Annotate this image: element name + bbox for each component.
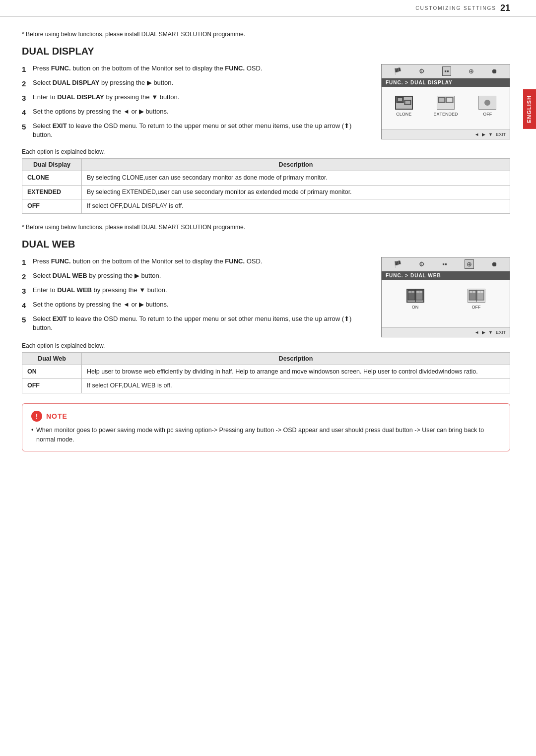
note-box: ! NOTE When monitor goes to power saving…: [22, 403, 510, 452]
dual-display-section-row: 1 Press FUNC. button on the bottom of th…: [22, 64, 510, 143]
osd-content: CLONE EXTENDED: [382, 87, 510, 121]
table-row: ON Help user to browse web efficiently b…: [22, 365, 510, 379]
table-cell-desc: If select OFF,DUAL WEB is off.: [82, 379, 510, 393]
osd-icon-settings: ⚙: [419, 67, 425, 75]
osd-web-content: ON: [382, 280, 510, 314]
nav-right: ▶: [482, 132, 485, 137]
step-item: 3 Enter to DUAL WEB by pressing the ▼ bu…: [22, 286, 371, 296]
osd-web-label-bar: FUNC. > DUAL WEB: [382, 271, 510, 280]
dual-display-osd-image: 🏴 ⚙ ▪▪ ⊕ ⏺ FUNC. > DUAL DISPLAY: [381, 64, 510, 143]
svg-rect-6: [439, 98, 444, 102]
step-item: 2 Select DUAL WEB by pressing the ▶ butt…: [22, 271, 371, 282]
osd-web-top-bar: 🏴 ⚙ ▪▪ ⊕ ⏺: [382, 257, 510, 271]
svg-rect-18: [469, 291, 472, 293]
table-cell-desc: By selecting EXTENDED,user can use secon…: [82, 185, 510, 199]
table-row: OFF If select OFF,DUAL WEB is off.: [22, 379, 510, 393]
web-off-label: OFF: [472, 305, 481, 310]
note-top-1: * Before using below functions, please i…: [22, 31, 510, 38]
note-title: NOTE: [46, 412, 67, 420]
step-item: 1 Press FUNC. button on the bottom of th…: [22, 257, 371, 267]
note-top-2: * Before using below functions, please i…: [22, 224, 510, 231]
table-cell-name: EXTENDED: [22, 185, 82, 199]
osd-option-extended: EXTENDED: [433, 96, 458, 117]
table-col1-header: Dual Display: [22, 159, 82, 171]
osd-web-icon-power: ⏺: [491, 260, 498, 268]
step-item: 4 Set the options by pressing the ◄ or ▶…: [22, 300, 371, 311]
osd-icon-flag: 🏴: [394, 67, 402, 75]
dual-web-section-row: 1 Press FUNC. button on the bottom of th…: [22, 257, 510, 337]
nav-down: ▼: [488, 132, 493, 137]
clone-label: CLONE: [396, 112, 411, 117]
clone-icon-box: [395, 96, 413, 110]
svg-rect-21: [480, 291, 483, 293]
osd-label-bar: FUNC. > DUAL DISPLAY: [382, 78, 510, 87]
note-icon: !: [31, 411, 42, 422]
osd-icon-display: ▪▪: [442, 66, 451, 76]
table-row: CLONE By selecting CLONE,user can use se…: [22, 171, 510, 186]
dual-display-explained: Each option is explained below.: [22, 148, 510, 155]
osd-web-box: 🏴 ⚙ ▪▪ ⊕ ⏺ FUNC. > DUAL WEB: [381, 257, 510, 337]
osd-option-off: OFF: [478, 96, 496, 117]
extended-label: EXTENDED: [433, 112, 458, 117]
top-header: CUSTOMIZING SETTINGS 21: [0, 0, 536, 17]
dual-web-table: Dual Web Description ON Help user to bro…: [22, 352, 510, 393]
off-dot: [484, 100, 490, 106]
step-item: 4 Set the options by pressing the ◄ or ▶…: [22, 107, 371, 118]
note-box-header: ! NOTE: [31, 411, 501, 422]
side-tab-label: ENGLISH: [526, 95, 532, 123]
nav-left: ◄: [474, 132, 479, 137]
dual-display-steps: 1 Press FUNC. button on the bottom of th…: [22, 64, 371, 143]
web-table-col2-header: Description: [82, 352, 510, 365]
step-item: 5 Select EXIT to leave the OSD menu. To …: [22, 122, 371, 139]
step-item: 3 Enter to DUAL DISPLAY by pressing the …: [22, 93, 371, 103]
table-row: OFF If select OFF,DUAL DISPLAY is off.: [22, 199, 510, 214]
osd-web-exit: EXIT: [496, 330, 506, 335]
table-cell-name: ON: [22, 365, 82, 379]
svg-rect-12: [411, 291, 414, 293]
osd-box: 🏴 ⚙ ▪▪ ⊕ ⏺ FUNC. > DUAL DISPLAY: [381, 64, 510, 139]
osd-option-web-off: OFF: [468, 289, 485, 310]
svg-rect-2: [398, 98, 402, 101]
svg-rect-11: [408, 291, 411, 293]
step-item: 1 Press FUNC. button on the bottom of th…: [22, 64, 371, 74]
table-cell-name: OFF: [22, 199, 82, 214]
note-bullet: When monitor goes to power saving mode w…: [31, 426, 501, 444]
dual-web-osd-image: 🏴 ⚙ ▪▪ ⊕ ⏺ FUNC. > DUAL WEB: [381, 257, 510, 337]
web-nav-left: ◄: [474, 330, 479, 335]
web-table-col1-header: Dual Web: [22, 352, 82, 365]
svg-rect-7: [447, 98, 452, 102]
osd-bottom-bar: ◄ ▶ ▼ EXIT: [382, 129, 510, 139]
svg-rect-19: [472, 291, 475, 293]
web-off-icon-box: [468, 289, 485, 303]
osd-exit: EXIT: [496, 132, 506, 137]
osd-option-on: ON: [406, 289, 424, 310]
dual-display-heading: DUAL DISPLAY: [22, 46, 510, 57]
table-col2-header: Description: [82, 159, 510, 171]
osd-icon-globe: ⊕: [469, 67, 474, 75]
osd-option-clone: CLONE: [395, 96, 413, 117]
step-item: 5 Select EXIT to leave the OSD menu. To …: [22, 315, 371, 332]
osd-web-icon-globe: ⊕: [465, 259, 474, 269]
table-cell-name: CLONE: [22, 171, 82, 186]
off-icon-box: [478, 96, 496, 110]
table-cell-desc: If select OFF,DUAL DISPLAY is off.: [82, 199, 510, 214]
off-label: OFF: [483, 112, 492, 117]
osd-web-icon-display: ▪▪: [442, 260, 447, 268]
svg-rect-20: [477, 291, 480, 293]
web-nav-down: ▼: [488, 330, 493, 335]
osd-icon-power: ⏺: [491, 67, 498, 75]
dual-display-steps-list: 1 Press FUNC. button on the bottom of th…: [22, 64, 371, 139]
table-cell-name: OFF: [22, 379, 82, 393]
main-content: * Before using below functions, please i…: [0, 22, 536, 460]
dual-display-table: Dual Display Description CLONE By select…: [22, 158, 510, 214]
dual-web-explained: Each option is explained below.: [22, 342, 510, 349]
osd-web-icon-settings: ⚙: [419, 260, 425, 268]
dual-web-steps-list: 1 Press FUNC. button on the bottom of th…: [22, 257, 371, 332]
dual-web-steps: 1 Press FUNC. button on the bottom of th…: [22, 257, 371, 337]
page-number: 21: [500, 3, 510, 13]
osd-web-bottom-bar: ◄ ▶ ▼ EXIT: [382, 327, 510, 337]
osd-top-bar: 🏴 ⚙ ▪▪ ⊕ ⏺: [382, 64, 510, 78]
svg-rect-14: [419, 291, 422, 293]
svg-rect-13: [416, 291, 419, 293]
extended-icon-box: [437, 96, 455, 110]
